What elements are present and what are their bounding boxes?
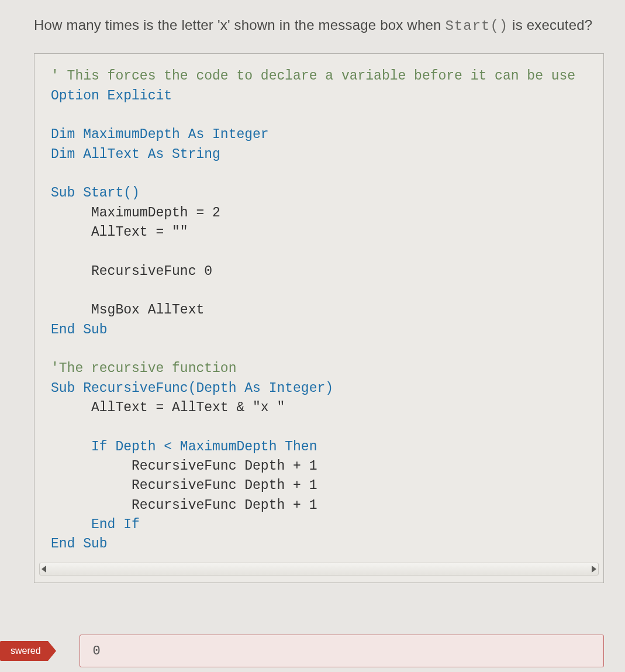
answered-flag: swered (0, 641, 48, 661)
code-line: Dim MaximumDepth As Integer (51, 125, 593, 144)
code-line: Option Explicit (51, 87, 593, 106)
code-line: 'The recursive function (51, 359, 593, 378)
question-inline-code: Start() (445, 18, 508, 34)
code-line: RecursiveFunc Depth + 1 (51, 496, 593, 515)
code-line: RecursiveFunc Depth + 1 (51, 457, 593, 476)
answered-flag-label: swered (11, 646, 41, 656)
answer-row: swered (0, 635, 604, 667)
code-line: RecursiveFunc Depth + 1 (51, 476, 593, 495)
code-line: End If (51, 515, 593, 535)
code-line: ' This forces the code to declare a vari… (51, 67, 593, 86)
question-text: How many times is the letter 'x' shown i… (34, 14, 604, 37)
code-frame: ' This forces the code to declare a vari… (34, 53, 604, 583)
code-line (51, 106, 593, 125)
question-suffix: is executed? (508, 17, 592, 33)
code-line: AllText = "" (51, 223, 593, 242)
code-line: MsgBox AllText (51, 301, 593, 320)
code-line: Sub Start() (51, 184, 593, 203)
code-block: ' This forces the code to declare a vari… (34, 67, 603, 563)
code-line: Sub RecursiveFunc(Depth As Integer) (51, 379, 593, 398)
code-line: End Sub (51, 321, 593, 340)
code-line (51, 418, 593, 437)
code-line (51, 340, 593, 359)
code-line: RecursiveFunc 0 (51, 262, 593, 281)
code-line: AllText = AllText & "x " (51, 398, 593, 418)
scroll-right-icon[interactable] (592, 566, 596, 573)
question-page: How many times is the letter 'x' shown i… (0, 0, 625, 583)
scroll-left-icon[interactable] (42, 566, 46, 573)
code-line: If Depth < MaximumDepth Then (51, 437, 593, 457)
answer-input[interactable] (93, 644, 591, 659)
code-line: Dim AllText As String (51, 145, 593, 164)
horizontal-scrollbar[interactable] (39, 563, 599, 575)
code-line (51, 242, 593, 261)
answer-box[interactable] (80, 635, 604, 667)
code-line (51, 164, 593, 184)
code-line (51, 281, 593, 301)
code-line: MaximumDepth = 2 (51, 204, 593, 223)
code-line: End Sub (51, 535, 593, 554)
question-prefix: How many times is the letter 'x' shown i… (34, 17, 445, 33)
